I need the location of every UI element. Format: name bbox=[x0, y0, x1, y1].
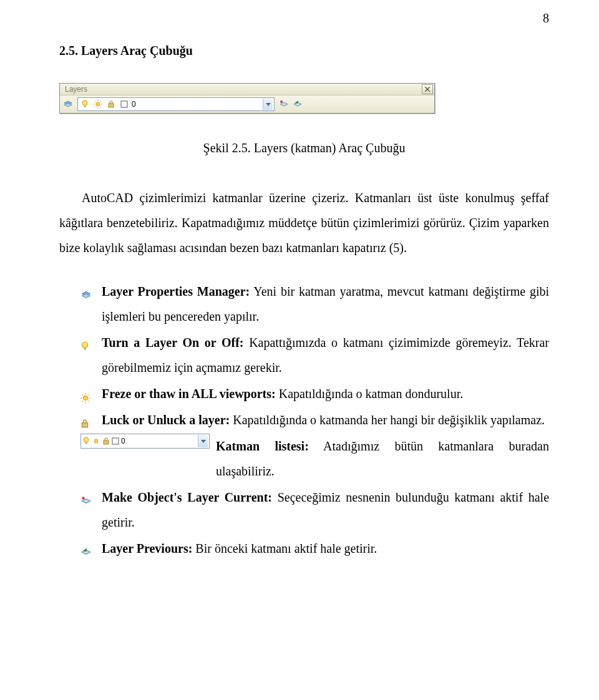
svg-point-0 bbox=[82, 100, 87, 105]
term: Katman listesi: bbox=[216, 439, 309, 453]
sun-icon bbox=[92, 437, 100, 445]
term: Turn a Layer On or Off: bbox=[102, 336, 243, 349]
svg-point-13 bbox=[280, 100, 283, 103]
layer-dropdown-inline[interactable]: 0 bbox=[80, 434, 210, 449]
lock-icon bbox=[105, 99, 117, 110]
layers-toolbar: Layers bbox=[59, 83, 435, 114]
svg-line-24 bbox=[82, 401, 82, 401]
color-swatch-icon bbox=[119, 99, 130, 110]
bulb-icon bbox=[80, 335, 94, 349]
figure-caption: Şekil 2.5. Layers (katman) Araç Çubuğu bbox=[59, 135, 549, 160]
layer-dropdown[interactable]: 0 bbox=[77, 97, 275, 111]
svg-rect-1 bbox=[84, 105, 86, 107]
svg-point-14 bbox=[82, 342, 87, 348]
close-icon[interactable] bbox=[422, 84, 433, 94]
list-item: 0 Katman listesi: Atadığımız bütün katma… bbox=[80, 434, 549, 484]
toolbar-title: Layers bbox=[61, 85, 87, 94]
svg-line-23 bbox=[88, 394, 89, 395]
feature-list: Layer Properties Manager: Yeni bir katma… bbox=[59, 279, 549, 561]
svg-line-21 bbox=[82, 394, 82, 395]
list-item: Make Object's Layer Current: Seçeceğimiz… bbox=[80, 485, 549, 535]
svg-point-16 bbox=[84, 396, 88, 401]
svg-rect-25 bbox=[82, 423, 87, 427]
svg-rect-30 bbox=[112, 438, 119, 444]
svg-point-2 bbox=[96, 102, 100, 106]
lock-icon bbox=[80, 412, 94, 426]
layer-properties-icon bbox=[80, 284, 94, 298]
svg-point-28 bbox=[94, 439, 98, 443]
sun-icon bbox=[92, 99, 104, 110]
list-item: Turn a Layer On or Off: Kapattığımızda o… bbox=[80, 330, 549, 380]
lock-icon bbox=[102, 437, 110, 445]
section-heading: 2.5. Layers Araç Çubuğu bbox=[59, 44, 549, 58]
svg-line-7 bbox=[95, 101, 95, 102]
sun-icon bbox=[80, 386, 94, 400]
term: Freze or thaw in ALL viewports: bbox=[102, 387, 276, 401]
svg-rect-11 bbox=[109, 104, 114, 107]
make-current-icon bbox=[80, 490, 94, 503]
svg-rect-15 bbox=[84, 348, 86, 350]
make-current-icon[interactable] bbox=[278, 99, 290, 110]
svg-line-22 bbox=[88, 401, 89, 401]
svg-rect-27 bbox=[85, 442, 87, 444]
layer-name: 0 bbox=[132, 100, 136, 109]
chevron-down-icon[interactable] bbox=[263, 99, 273, 110]
svg-line-9 bbox=[100, 101, 101, 102]
intro-paragraph: AutoCAD çizimlerimizi katmanlar üzerine … bbox=[59, 185, 549, 260]
layer-previous-icon bbox=[80, 541, 94, 555]
list-item: Layer Previours: Bir önceki katmanı akti… bbox=[80, 536, 549, 561]
list-item: Layer Properties Manager: Yeni bir katma… bbox=[80, 279, 549, 329]
term: Layer Properties Manager: bbox=[102, 284, 250, 298]
toolbar-titlebar: Layers bbox=[60, 84, 434, 95]
svg-line-10 bbox=[95, 107, 95, 107]
chevron-down-icon[interactable] bbox=[198, 435, 208, 447]
svg-rect-29 bbox=[104, 440, 109, 444]
bulb-icon bbox=[79, 99, 90, 110]
page: 8 2.5. Layers Araç Çubuğu Layers bbox=[0, 0, 599, 587]
layer-previous-icon[interactable] bbox=[292, 99, 303, 110]
desc: Bir önceki katmanı aktif hale getirir. bbox=[192, 542, 377, 555]
svg-point-26 bbox=[84, 437, 89, 442]
color-swatch-icon bbox=[112, 437, 119, 445]
desc: Kapatıldığında o katman dondurulur. bbox=[276, 387, 464, 401]
svg-rect-12 bbox=[121, 101, 127, 107]
list-item: Luck or Unluck a layer: Kapatıldığında o… bbox=[80, 407, 549, 432]
page-number: 8 bbox=[543, 11, 549, 26]
toolbar-row: 0 bbox=[60, 95, 434, 113]
layer-properties-icon[interactable] bbox=[62, 99, 74, 110]
term: Make Object's Layer Current: bbox=[102, 490, 272, 504]
list-item: Freze or thaw in ALL viewports: Kapatıld… bbox=[80, 381, 549, 406]
desc: Kapatıldığında o katmanda her hangi bir … bbox=[230, 413, 545, 427]
svg-point-31 bbox=[82, 497, 85, 500]
term: Layer Previours: bbox=[102, 542, 192, 555]
layer-name: 0 bbox=[121, 434, 125, 449]
term: Luck or Unluck a layer: bbox=[102, 413, 230, 427]
bulb-icon bbox=[82, 437, 90, 445]
svg-line-8 bbox=[100, 107, 101, 107]
